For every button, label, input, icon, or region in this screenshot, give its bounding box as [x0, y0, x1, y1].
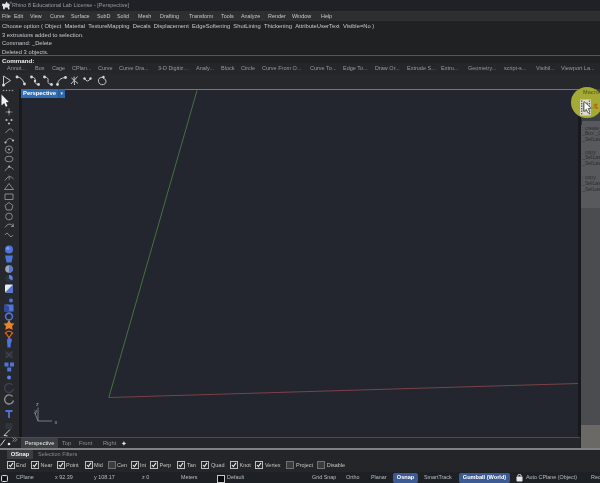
svg-text:x: x [55, 418, 58, 424]
svg-text:z: z [36, 400, 39, 406]
svg-text:y: y [35, 408, 38, 414]
